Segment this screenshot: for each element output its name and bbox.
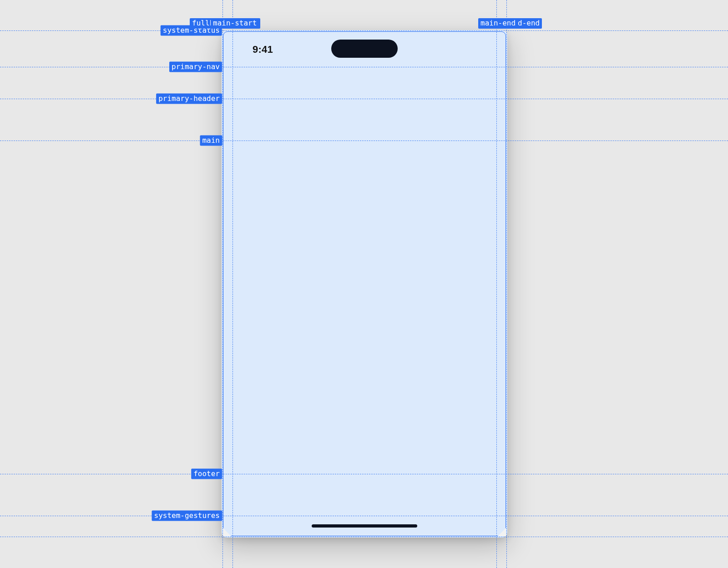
guide-bottom bbox=[0, 537, 728, 537]
phone-device-frame: 9:41 bbox=[222, 30, 507, 538]
label-main-start: main-start bbox=[211, 18, 259, 29]
guide-main-start bbox=[233, 0, 233, 568]
label-main-end: main-end bbox=[478, 18, 518, 29]
home-indicator-icon bbox=[312, 524, 417, 528]
corner-bevel-bottom-left bbox=[223, 528, 231, 536]
guide-main bbox=[0, 141, 728, 141]
guide-system-status bbox=[0, 30, 728, 31]
guide-system-gestures bbox=[0, 516, 728, 516]
dynamic-island-icon bbox=[331, 40, 398, 58]
guide-primary-header bbox=[0, 99, 728, 99]
label-primary-nav: primary-nav bbox=[169, 62, 222, 72]
phone-layout-outline bbox=[223, 31, 506, 536]
guide-fullbleed-start bbox=[222, 0, 223, 568]
label-primary-header: primary-header bbox=[156, 94, 222, 104]
corner-bevel-bottom-right bbox=[498, 528, 506, 536]
label-footer: footer bbox=[191, 469, 222, 479]
guide-fullbleed-end bbox=[506, 0, 507, 568]
label-main: main bbox=[200, 136, 222, 146]
label-system-gestures: system-gestures bbox=[152, 511, 222, 521]
guide-footer bbox=[0, 474, 728, 474]
guide-main-end bbox=[496, 0, 497, 568]
guide-primary-nav bbox=[0, 67, 728, 67]
status-bar-time: 9:41 bbox=[253, 44, 273, 55]
